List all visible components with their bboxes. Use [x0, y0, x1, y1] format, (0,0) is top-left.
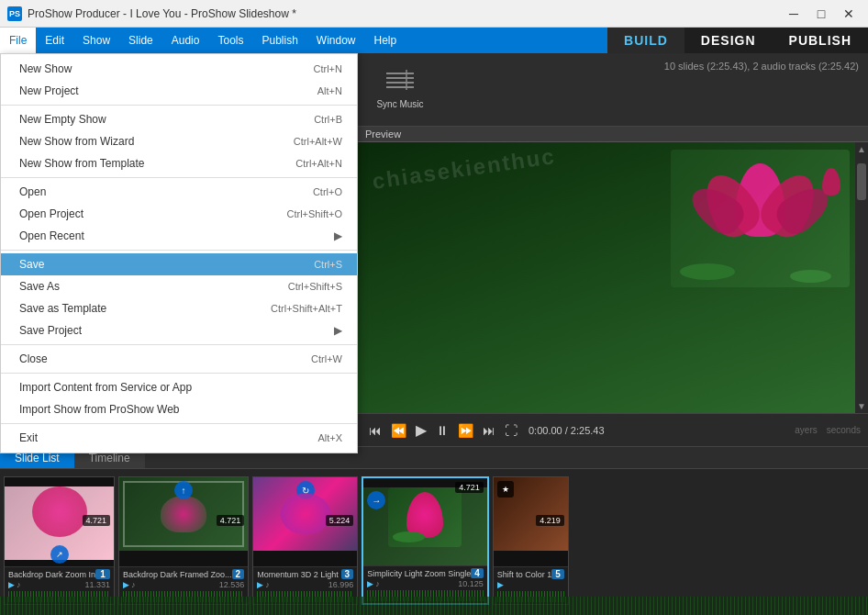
- new-show-template-item[interactable]: New Show from Template Ctrl+Alt+N: [1, 152, 357, 174]
- slide-star-5: ★: [497, 481, 514, 498]
- skip-back-button[interactable]: ⏮: [365, 421, 385, 440]
- slide-play-icon-5: ▶: [497, 580, 504, 589]
- new-show-item[interactable]: New Show Ctrl+N: [1, 58, 357, 80]
- play-button[interactable]: ▶: [412, 419, 430, 441]
- menu-bar: File Edit Show Slide Audio Tools Publish…: [0, 28, 868, 53]
- import-proshow-web-item[interactable]: Import Show from ProShow Web: [1, 398, 357, 420]
- slide-play-icon-4: ▶: [367, 579, 373, 588]
- skip-forward-button[interactable]: ⏭: [479, 421, 499, 440]
- menu-window[interactable]: Window: [307, 28, 365, 53]
- save-project-item[interactable]: Save Project ▶: [1, 319, 357, 341]
- slide-transition-1: ↗: [50, 545, 69, 564]
- file-dropdown: New Show Ctrl+N New Project Alt+N New Em…: [0, 53, 358, 453]
- slide-name-4: Simplicity Light Zoom Single: [367, 569, 471, 578]
- sync-music-icon: [386, 70, 414, 95]
- slide-bottom-2: Backdrop Dark Framed Zoo... 2: [123, 569, 244, 579]
- preview-controls: ⏮ ⏪ ▶ ⏸ ⏩ ⏭ ⛶ 0:00.00 / 2:25.43 ayers se…: [358, 413, 868, 446]
- preview-header: Preview: [358, 127, 868, 142]
- slide-name-3: Momentum 3D 2 Light: [257, 570, 339, 579]
- slide-name-2: Backdrop Dark Framed Zoo...: [123, 570, 232, 579]
- open-item[interactable]: Open Ctrl+O: [1, 181, 357, 203]
- slide-badge-1: 4.721: [83, 515, 111, 526]
- slide-transition-icon-4: →: [367, 491, 385, 509]
- title-bar: PS ProShow Producer - I Love You - ProSh…: [0, 0, 868, 28]
- menu-audio[interactable]: Audio: [162, 28, 209, 53]
- slide-audio-icon-3: ♪: [265, 580, 270, 589]
- close-button[interactable]: ✕: [837, 5, 861, 23]
- publish-nav-button[interactable]: PUBLISH: [773, 28, 868, 53]
- menu-slide[interactable]: Slide: [119, 28, 162, 53]
- slide-icons-1: ▶ ♪: [8, 580, 21, 589]
- open-recent-item[interactable]: Open Recent ▶: [1, 225, 357, 247]
- slide-num-label-1: 1: [95, 569, 110, 579]
- scroll-bar[interactable]: ▲ ▼: [855, 142, 868, 413]
- slide-image-3: ↻: [253, 477, 357, 551]
- slide-bottom-4: Simplicity Light Zoom Single 4: [367, 568, 484, 578]
- title-right: ─ □ ✕: [782, 5, 861, 23]
- new-show-wizard-item[interactable]: New Show from Wizard Ctrl+Alt+W: [1, 130, 357, 152]
- sync-music-button[interactable]: Sync Music: [373, 58, 428, 122]
- slide-icons-row-2: ▶ ♪ 12.536: [123, 580, 244, 589]
- design-nav-button[interactable]: DESIGN: [684, 28, 773, 53]
- slide-card-2[interactable]: ↑ 4.721 Backdrop Dark Framed Zoo... 2 ▶ …: [118, 476, 249, 605]
- preview-video: chiasekienthuc ▲ ▼: [358, 142, 868, 413]
- build-nav-button[interactable]: BUILD: [607, 28, 684, 53]
- lotus-petals-group: [698, 163, 822, 264]
- slide-icons-3: ▶ ♪: [257, 580, 270, 589]
- slide-bottom-5: Shift to Color 1 5: [497, 569, 564, 579]
- exit-item[interactable]: Exit Alt+X: [1, 427, 357, 449]
- slide-badge-5: 4.219: [536, 515, 564, 526]
- minimize-button[interactable]: ─: [782, 5, 806, 23]
- menu-show[interactable]: Show: [73, 28, 119, 53]
- slide-duration-3: 16.996: [328, 580, 354, 589]
- slide-audio-icon-1: ♪: [17, 580, 21, 589]
- layers-label: ayers: [795, 425, 817, 435]
- slide-play-icon-1: ▶: [8, 580, 15, 589]
- slide-badge-4: 4.721: [455, 482, 484, 493]
- slide-icons-2: ▶ ♪: [123, 580, 136, 589]
- slide-card-5[interactable]: ★ 4.219 Shift to Color 1 5 ▶: [493, 476, 569, 605]
- slide-card-4[interactable]: → 4.721 Simplicity Light Zoom Single 4 ▶…: [362, 476, 489, 605]
- menu-edit[interactable]: Edit: [36, 28, 73, 53]
- save-item[interactable]: Save Ctrl+S: [1, 253, 357, 275]
- save-as-template-item[interactable]: Save as Template Ctrl+Shift+Alt+T: [1, 297, 357, 319]
- slide-icons-row-1: ▶ ♪ 11.331: [8, 580, 110, 589]
- preview-lotus-image: [671, 150, 850, 287]
- slide-audio-icon-2: ♪: [131, 580, 136, 589]
- menu-tools[interactable]: Tools: [208, 28, 252, 53]
- new-empty-show-item[interactable]: New Empty Show Ctrl+B: [1, 108, 357, 130]
- slide-badge-3: 5.224: [326, 515, 354, 526]
- new-project-item[interactable]: New Project Alt+N: [1, 80, 357, 102]
- rewind-button[interactable]: ⏪: [387, 421, 410, 440]
- maximize-button[interactable]: □: [809, 5, 833, 23]
- slide-thumb-5: ★ 4.219: [494, 477, 568, 566]
- slide-duration-1: 11.331: [85, 580, 111, 589]
- menu-help[interactable]: Help: [365, 28, 406, 53]
- time-display: 0:00.00 / 2:25.43: [529, 425, 605, 436]
- menu-publish[interactable]: Publish: [252, 28, 306, 53]
- fullscreen-button[interactable]: ⛶: [501, 421, 521, 440]
- slide-num-label-4: 4: [471, 568, 484, 578]
- slide-thumb-2: ↑ 4.721: [119, 477, 248, 566]
- pause-button[interactable]: ⏸: [432, 421, 452, 440]
- slide-num-label-3: 3: [341, 569, 354, 579]
- slide-card-1[interactable]: 4.721 ↗ Backdrop Dark Zoom In 1 ▶ ♪ 11.3…: [4, 476, 115, 605]
- watermark: chiasekienthuc: [371, 143, 557, 195]
- sync-music-label: Sync Music: [376, 99, 423, 110]
- fast-forward-button[interactable]: ⏩: [454, 421, 477, 440]
- close-item[interactable]: Close Ctrl+W: [1, 348, 357, 370]
- slide-card-3[interactable]: ↻ 5.224 Momentum 3D 2 Light 3 ▶ ♪ 16.996: [252, 476, 358, 605]
- open-project-item[interactable]: Open Project Ctrl+Shift+O: [1, 203, 357, 225]
- slide-badge-2: 4.721: [217, 515, 245, 526]
- slide-name-5: Shift to Color 1: [497, 570, 552, 579]
- preview-area: Preview: [358, 127, 868, 446]
- slide-play-icon-3: ▶: [257, 580, 263, 589]
- slide-num-label-5: 5: [551, 569, 564, 579]
- slide-status: 10 slides (2:25.43), 2 audio tracks (2:2…: [664, 61, 859, 72]
- menu-file[interactable]: File: [0, 28, 36, 53]
- slide-bottom-1: Backdrop Dark Zoom In 1: [8, 569, 110, 579]
- seconds-label: seconds: [827, 425, 861, 435]
- app-icon: PS: [7, 6, 22, 21]
- import-content-item[interactable]: Import Content from Service or App: [1, 376, 357, 398]
- save-as-item[interactable]: Save As Ctrl+Shift+S: [1, 275, 357, 297]
